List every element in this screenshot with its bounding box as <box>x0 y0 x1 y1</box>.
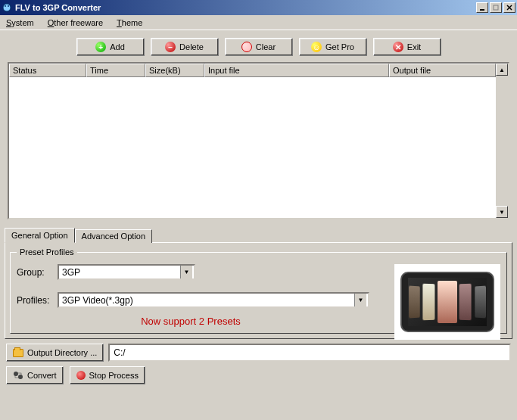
group-label: Group: <box>17 267 58 278</box>
title-bar: FLV to 3GP Converter <box>0 0 517 15</box>
col-output[interactable]: Output file <box>389 64 496 77</box>
stop-process-button[interactable]: Stop Process <box>70 366 145 384</box>
col-input[interactable]: Input file <box>204 64 389 77</box>
svg-point-8 <box>18 375 23 379</box>
options-tabs: General Option Advanced Option Preset Pr… <box>5 227 512 339</box>
group-combobox[interactable]: ▼ <box>58 264 195 280</box>
svg-rect-4 <box>494 5 498 10</box>
window-title: FLV to 3GP Converter <box>15 3 476 12</box>
app-icon <box>2 2 12 13</box>
device-icon <box>400 272 494 332</box>
preset-preview-image <box>394 264 500 340</box>
menu-other-freeware[interactable]: Other freeware <box>45 17 106 29</box>
close-button[interactable] <box>503 2 515 13</box>
getpro-label: Get Pro <box>325 42 354 51</box>
preset-support-message: Now support 2 Presets <box>17 316 365 327</box>
getpro-icon: ☺ <box>311 42 322 52</box>
file-list: Status Time Size(kB) Input file Output f… <box>8 62 509 219</box>
clear-label: Clear <box>256 42 276 51</box>
profiles-label: Profiles: <box>17 295 58 306</box>
menu-bar: System Other freeware Theme <box>0 15 517 30</box>
preset-profiles-group: Preset Profiles Group: ▼ Profiles: ▼ Now… <box>10 247 507 334</box>
convert-button[interactable]: Convert <box>6 366 64 384</box>
exit-icon: ✕ <box>393 42 403 52</box>
delete-label: Delete <box>179 42 204 51</box>
toolbar: + Add − Delete Clear ☺ Get Pro ✕ Exit <box>0 33 517 62</box>
delete-button[interactable]: − Delete <box>151 38 219 56</box>
col-time[interactable]: Time <box>86 64 145 77</box>
menubar-separator <box>0 30 517 30</box>
profiles-value[interactable] <box>59 294 354 306</box>
table-header: Status Time Size(kB) Input file Output f… <box>9 64 496 77</box>
tab-advanced-option[interactable]: Advanced Option <box>75 229 152 243</box>
stop-icon <box>76 371 86 380</box>
exit-button[interactable]: ✕ Exit <box>373 38 441 56</box>
profiles-dropdown-button[interactable]: ▼ <box>354 294 366 306</box>
group-value[interactable] <box>59 266 180 278</box>
menu-theme[interactable]: Theme <box>114 17 145 29</box>
stop-label: Stop Process <box>89 371 139 380</box>
delete-icon: − <box>165 42 176 52</box>
convert-label: Convert <box>27 371 57 380</box>
svg-point-7 <box>14 372 18 376</box>
group-dropdown-button[interactable]: ▼ <box>180 266 192 278</box>
add-icon: + <box>95 42 106 52</box>
vertical-scrollbar[interactable]: ▲ ▼ <box>496 64 508 218</box>
col-status[interactable]: Status <box>9 64 86 77</box>
maximize-button[interactable] <box>490 2 502 13</box>
menu-system[interactable]: System <box>3 17 37 29</box>
bottom-buttons: Convert Stop Process <box>6 366 511 384</box>
preset-legend: Preset Profiles <box>17 247 77 257</box>
output-directory-label: Output Directory ... <box>27 348 97 357</box>
output-path-input[interactable] <box>108 344 511 362</box>
profiles-combobox[interactable]: ▼ <box>58 292 369 308</box>
svg-rect-3 <box>480 9 484 11</box>
svg-point-0 <box>3 4 11 11</box>
getpro-button[interactable]: ☺ Get Pro <box>299 38 367 56</box>
scroll-up-button[interactable]: ▲ <box>496 64 508 76</box>
add-label: Add <box>110 42 125 51</box>
convert-icon <box>13 370 23 381</box>
clear-button[interactable]: Clear <box>225 38 293 56</box>
output-row: Output Directory ... <box>6 344 511 362</box>
exit-label: Exit <box>407 42 421 51</box>
add-button[interactable]: + Add <box>76 38 145 56</box>
svg-point-1 <box>5 5 6 7</box>
col-size[interactable]: Size(kB) <box>145 64 204 77</box>
tab-panel-general: Preset Profiles Group: ▼ Profiles: ▼ Now… <box>5 242 512 339</box>
svg-point-2 <box>8 5 9 7</box>
minimize-button[interactable] <box>476 2 488 13</box>
output-directory-button[interactable]: Output Directory ... <box>6 344 104 362</box>
clear-icon <box>241 42 252 52</box>
scroll-down-button[interactable]: ▼ <box>496 206 508 218</box>
tab-general-option[interactable]: General Option <box>5 228 75 243</box>
folder-icon <box>13 349 23 357</box>
table-body[interactable] <box>9 77 496 218</box>
